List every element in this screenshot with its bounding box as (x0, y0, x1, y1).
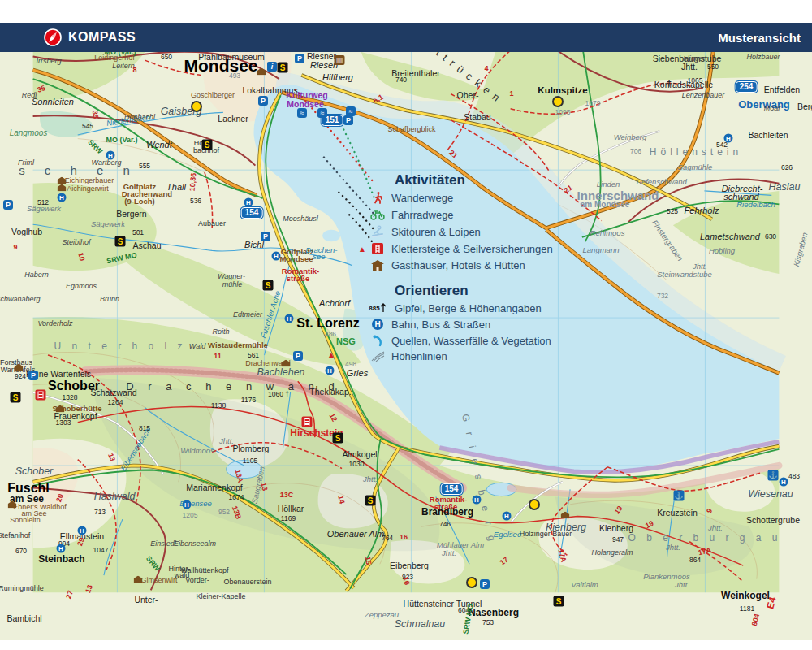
map-label: Schwanaberg (0, 296, 41, 303)
map-marker-s: S (278, 63, 288, 73)
map-marker-anchor: ⚓ (674, 491, 685, 501)
map-label: 713 (94, 509, 106, 516)
map-label: 604 (458, 607, 469, 614)
map-label: Steiblhof (62, 239, 90, 246)
map-label: 1176 (241, 396, 256, 404)
map-marker-climb (302, 417, 313, 427)
map-marker-s: S (263, 280, 274, 291)
map-label: 13A (234, 469, 244, 483)
map-label: Bachlehen (257, 367, 304, 378)
map-label: 11 (214, 353, 222, 360)
map-label: Lackner (218, 115, 248, 124)
legend-item-gipfel: 885 Gipfel, Berge & Höhenangaben (367, 301, 542, 315)
map-label: Kleiner-Kapelle (196, 593, 245, 600)
map-label: 14 (336, 495, 345, 505)
map-marker-h: H (58, 193, 67, 202)
map-label: Roith (212, 328, 229, 336)
map-label: Hönbachl (124, 114, 155, 121)
map-label: Tiefenschwand (635, 178, 687, 186)
map-label: Gimsenwirt (140, 577, 177, 584)
map-label: Zeppezau (365, 611, 399, 619)
map-label: 6,1 (372, 93, 384, 105)
map-label: Wagner- (218, 273, 245, 280)
map-label: Ruine Wartenfels (26, 370, 91, 379)
map-label: 555 (139, 162, 150, 170)
map-label: 10 (76, 252, 85, 262)
kompass-map-sample-page: KOMPASS Musteransicht (0, 0, 812, 650)
map-label: 4 (484, 65, 488, 72)
map-label: Jhtt. (708, 524, 723, 532)
map-label: 35 (91, 110, 100, 119)
map-marker-h: H (473, 496, 482, 505)
map-label: Jhtt. (219, 437, 234, 445)
legend-item-fahrradwege: Fahrradwege (370, 207, 454, 222)
map-label: SRW MO (462, 604, 474, 635)
map-artwork (0, 52, 812, 640)
map-marker-climb (36, 390, 46, 401)
map-label: 1074 (229, 494, 244, 501)
map-marker-hut (58, 184, 67, 192)
hiker-icon (370, 191, 385, 204)
map-label: Göschlberger (191, 92, 235, 99)
map-label: Schober (48, 379, 100, 392)
map-label: 550 (707, 63, 719, 71)
map-label: Moar (764, 105, 781, 112)
map-label: am See (10, 494, 44, 504)
map-marker-hut (58, 177, 67, 184)
map-label: bachhof (193, 147, 219, 154)
map-label: Sägewerk (27, 205, 61, 213)
map-label: 545 (82, 123, 93, 130)
via-ferrata-icon (370, 243, 385, 254)
legend-item-skitouren: Skitouren & Loipen (370, 224, 481, 239)
map-label: Hirschsteig (290, 428, 343, 438)
map-label: 19 (645, 520, 655, 530)
map-label: Konradskapelle (654, 80, 713, 89)
map-label: 13 (106, 453, 116, 462)
map-label: 815 (139, 425, 150, 432)
map-label: Gaisberg (161, 106, 202, 117)
map-label: Eibenberg (390, 561, 429, 570)
map-label: Stefanihof (0, 532, 30, 540)
map-label: Bambichl (6, 614, 41, 623)
map-label: 10,36 (189, 172, 198, 191)
map-label: 13 (259, 482, 268, 492)
map-marker-hut (282, 360, 291, 367)
map-marker-h: H (106, 151, 115, 160)
map-label: Hinter- (168, 566, 190, 573)
map-label: Jhtt. (363, 475, 378, 483)
map-label: Eichingerbauer (65, 177, 114, 184)
map-label: Leidingerhof (94, 54, 135, 62)
map-marker-tri: ▲ (358, 245, 366, 254)
map-label: 1030 (349, 461, 365, 468)
map-marker-h: H (272, 252, 281, 261)
map-label: 1065 (688, 77, 703, 84)
map-label: Riedelbach (736, 201, 775, 209)
map-marker-church: † (314, 385, 319, 394)
map-label: Sägewerk (91, 220, 125, 228)
map-label: 9 (13, 244, 17, 251)
contour-icon (370, 351, 385, 362)
map-label: Hüttensteiner Tunnel (404, 600, 482, 609)
map-label: Kreuzstein (657, 509, 698, 518)
map-label: am Mondsee (581, 201, 630, 209)
map-label: Wartenfels (1, 366, 36, 374)
map-label: Kulmspitze (538, 86, 587, 96)
map-label: 12 (328, 412, 339, 422)
map-label: Jhtt. (681, 63, 698, 72)
map-label: 35 (37, 84, 46, 94)
map-label: Jhtt. (675, 581, 689, 589)
map-marker-sun (191, 101, 202, 112)
spring-icon (370, 335, 385, 347)
map-label: 542 (716, 141, 728, 149)
legend-item-klettersteige: Klettersteige & Seilversicherungen (370, 241, 553, 256)
map-label: 9 (706, 508, 714, 515)
map-label: Lametschwand (700, 232, 760, 241)
map-label: Wistaudermühle (208, 341, 268, 349)
map-label: Holangeralm (591, 549, 633, 557)
map-label: Aubauer (198, 220, 226, 228)
map-canvas[interactable]: 650IrrsbergLeidingerhofLeiternRedlSonnle… (0, 52, 812, 640)
map-label: Fuschl (7, 482, 50, 495)
map-label: Habern (24, 271, 49, 279)
map-label: Wendt (146, 141, 172, 150)
map-label: Fehrholz (685, 206, 719, 215)
